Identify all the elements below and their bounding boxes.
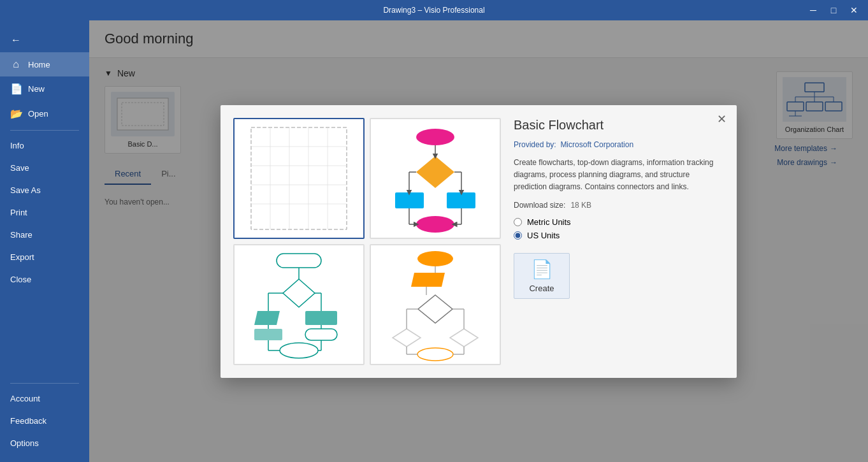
content-area: Good morning ▼ New Basic D... <box>89 20 868 462</box>
svg-marker-61 <box>450 329 478 347</box>
modal-overlay[interactable]: ✕ <box>89 20 868 462</box>
sidebar-item-options[interactable]: Options <box>0 432 89 454</box>
svg-point-31 <box>416 216 454 233</box>
sidebar-item-open[interactable]: 📂 Open <box>0 101 89 126</box>
window-title: Drawing3 – Visio Professional <box>383 6 484 15</box>
svg-marker-56 <box>418 295 452 323</box>
modal-provided-by: Provided by: Microsoft Corporation <box>514 140 724 149</box>
minimize-button[interactable]: ─ <box>804 1 822 19</box>
create-doc-icon: 📄 <box>531 259 553 280</box>
modal-thumb-1[interactable] <box>233 118 365 239</box>
svg-marker-39 <box>254 311 280 325</box>
svg-rect-26 <box>447 192 475 208</box>
sidebar-item-save[interactable]: Save <box>0 157 89 179</box>
sidebar-item-feedback[interactable]: Feedback <box>0 410 89 432</box>
sidebar-print-label: Print <box>10 208 27 217</box>
new-doc-icon: 📄 <box>10 83 22 95</box>
sidebar-divider-2 <box>10 383 79 384</box>
sidebar: ← ⌂ Home 📄 New 📂 Open Info Save Sav <box>0 20 89 462</box>
modal-thumbnails-grid <box>233 118 501 365</box>
us-units-input[interactable] <box>514 231 522 240</box>
sidebar-save-label: Save <box>10 163 29 173</box>
sidebar-item-share[interactable]: Share <box>0 224 89 246</box>
sidebar-open-label: Open <box>28 109 48 119</box>
sidebar-divider-1 <box>10 130 79 131</box>
svg-rect-40 <box>305 311 337 325</box>
sidebar-share-label: Share <box>10 230 33 240</box>
sidebar-item-saveas[interactable]: Save As <box>0 179 89 201</box>
modal-thumb-4[interactable] <box>370 244 501 365</box>
svg-rect-46 <box>305 329 337 340</box>
svg-rect-36 <box>277 254 321 268</box>
svg-rect-25 <box>395 192 424 208</box>
modal-description: Create flowcharts, top-down diagrams, in… <box>514 157 724 194</box>
create-button[interactable]: 📄 Create <box>514 253 570 299</box>
sidebar-options-label: Options <box>10 438 39 448</box>
svg-point-62 <box>417 348 453 361</box>
title-bar: Drawing3 – Visio Professional ─ □ ✕ <box>0 0 868 20</box>
svg-rect-45 <box>254 329 282 340</box>
modal-download-size: Download size: 18 KB <box>514 201 724 210</box>
sidebar-item-print[interactable]: Print <box>0 201 89 224</box>
home-icon: ⌂ <box>10 59 22 70</box>
modal-info-panel: Basic Flowchart Provided by: Microsoft C… <box>514 118 724 365</box>
sidebar-info-label: Info <box>10 141 24 150</box>
sidebar-close-label: Close <box>10 275 31 284</box>
svg-marker-55 <box>411 273 445 287</box>
maximize-button[interactable]: □ <box>825 1 843 19</box>
sidebar-export-label: Export <box>10 252 34 262</box>
sidebar-item-close[interactable]: Close <box>0 268 89 291</box>
sidebar-account-label: Account <box>10 394 40 403</box>
metric-units-input[interactable] <box>514 218 522 226</box>
units-radio-group: Metric Units US Units <box>514 217 724 240</box>
svg-marker-23 <box>416 156 454 188</box>
svg-marker-37 <box>283 279 315 307</box>
sidebar-item-account[interactable]: Account <box>0 387 89 410</box>
svg-point-22 <box>416 129 454 145</box>
window-close-button[interactable]: ✕ <box>845 1 863 19</box>
sidebar-home-label: Home <box>28 60 50 69</box>
sidebar-back-button[interactable]: ← <box>0 28 89 52</box>
modal-dialog: ✕ <box>221 105 737 378</box>
svg-rect-13 <box>251 127 347 229</box>
back-icon: ← <box>10 34 22 46</box>
modal-close-button[interactable]: ✕ <box>714 112 729 127</box>
metric-units-radio[interactable]: Metric Units <box>514 217 724 227</box>
sidebar-item-new[interactable]: 📄 New <box>0 76 89 101</box>
sidebar-new-label: New <box>28 84 45 94</box>
modal-thumb-3[interactable] <box>233 244 365 365</box>
sidebar-item-home[interactable]: ⌂ Home <box>0 52 89 76</box>
open-icon: 📂 <box>10 108 22 120</box>
svg-point-49 <box>280 343 318 358</box>
svg-marker-60 <box>393 329 421 347</box>
sidebar-item-export[interactable]: Export <box>0 246 89 268</box>
modal-thumb-2[interactable] <box>370 118 501 239</box>
sidebar-feedback-label: Feedback <box>10 416 47 426</box>
sidebar-saveas-label: Save As <box>10 185 41 195</box>
sidebar-item-info[interactable]: Info <box>0 134 89 157</box>
svg-point-54 <box>417 251 453 266</box>
us-units-radio[interactable]: US Units <box>514 231 724 240</box>
modal-template-title: Basic Flowchart <box>514 118 724 133</box>
